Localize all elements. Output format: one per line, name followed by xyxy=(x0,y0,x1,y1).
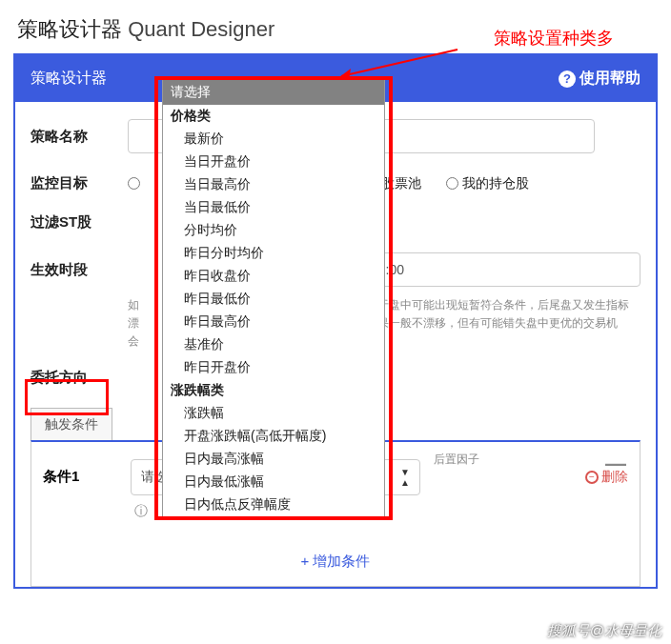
hint-left: 如 漂 会 xyxy=(128,296,139,352)
dropdown-item[interactable]: 最新价 xyxy=(163,128,384,151)
dropdown-item[interactable]: 当日最低价 xyxy=(163,196,384,219)
post-factor-label: 后置因子 xyxy=(434,452,479,468)
watermark: 搜狐号@水母量化 xyxy=(547,622,661,640)
dropdown-item[interactable]: 日内高点回落幅度 xyxy=(163,516,384,517)
dropdown-item[interactable]: 昨日开盘价 xyxy=(163,356,384,379)
svg-line-0 xyxy=(341,50,458,76)
dropdown-item[interactable]: 日内最低涨幅 xyxy=(163,471,384,493)
panel-title: 策略设计器 xyxy=(30,69,107,89)
dropdown-item[interactable]: 昨日分时均价 xyxy=(163,242,384,265)
condition-label: 条件1 xyxy=(43,468,119,486)
help-link[interactable]: ? 使用帮助 xyxy=(559,69,640,89)
dropdown-item[interactable]: 当日最高价 xyxy=(163,173,384,196)
dropdown-item[interactable]: 基准价 xyxy=(163,333,384,356)
dropdown-item[interactable]: 涨跌幅 xyxy=(163,402,384,425)
collapse-button[interactable]: — xyxy=(605,452,626,476)
caret-icon: ▼▲ xyxy=(400,467,410,488)
dropdown-group: 涨跌幅类 xyxy=(163,379,384,402)
help-icon: ? xyxy=(559,70,576,88)
dropdown-group: 价格类 xyxy=(163,105,384,128)
radio-target-holdings[interactable]: 我的持仓股 xyxy=(446,175,529,192)
minus-icon: − xyxy=(585,471,599,484)
dropdown-item[interactable]: 开盘涨跌幅(高低开幅度) xyxy=(163,425,384,448)
dropdown-item[interactable]: 昨日最高价 xyxy=(163,311,384,333)
annotation-arrow xyxy=(334,48,467,86)
dropdown-item[interactable]: 昨日收盘价 xyxy=(163,265,384,288)
annotation-text: 策略设置种类多 xyxy=(494,27,614,50)
hint-right: 由于盘中可能出现短暂符合条件，后尾盘又发生指标 结果一般不漂移，但有可能错失盘中… xyxy=(366,296,629,352)
dropdown-item[interactable]: 日内低点反弹幅度 xyxy=(163,493,384,516)
dropdown-item[interactable]: 昨日最低价 xyxy=(163,288,384,311)
dropdown-item[interactable]: 日内最高涨幅 xyxy=(163,448,384,471)
dropdown-menu: 请选择 价格类 最新价 当日开盘价 当日最高价 当日最低价 分时均价 昨日分时均… xyxy=(162,79,385,517)
dropdown-item[interactable]: 当日开盘价 xyxy=(163,151,384,173)
tab-trigger[interactable]: 触发条件 xyxy=(30,408,112,441)
dropdown-item[interactable]: 分时均价 xyxy=(163,219,384,242)
radio-target-1[interactable] xyxy=(128,177,144,190)
svg-marker-1 xyxy=(336,69,351,80)
add-condition-button[interactable]: + 增加条件 xyxy=(43,537,628,586)
time-end-input[interactable]: 5:00 xyxy=(368,252,640,287)
